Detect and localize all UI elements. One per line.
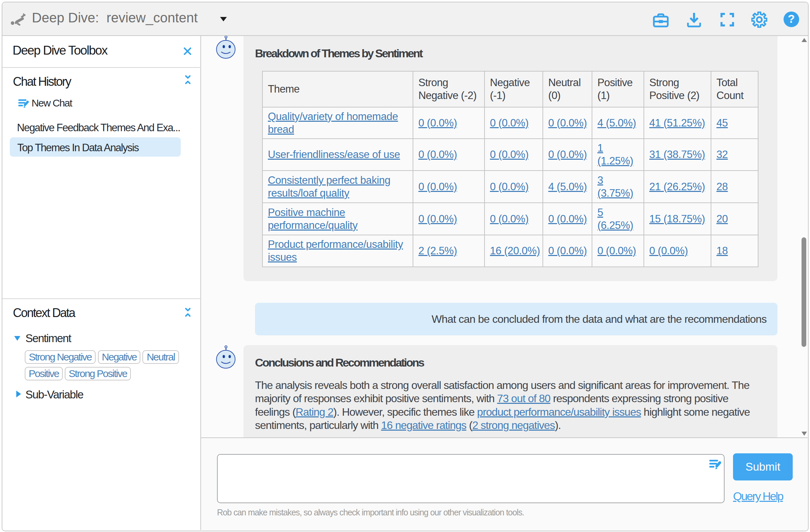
svg-text:?: ? xyxy=(788,12,795,25)
